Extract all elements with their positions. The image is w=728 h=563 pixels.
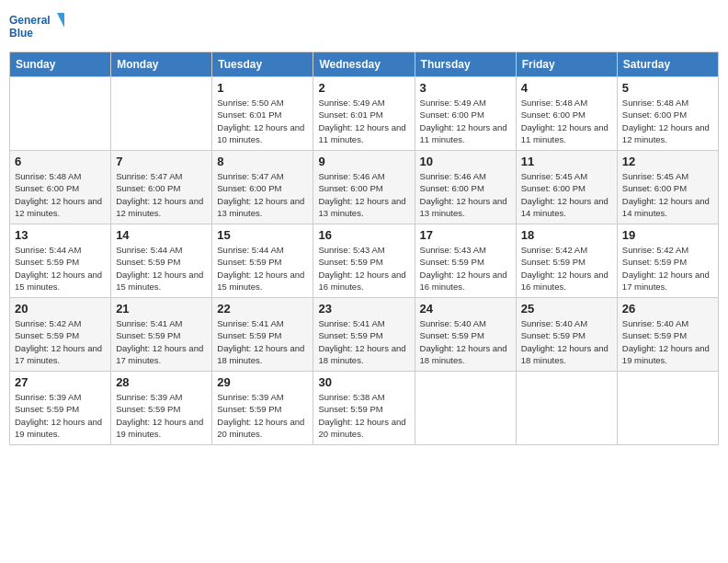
day-number: 7 [116,155,207,168]
day-number: 13 [15,228,106,242]
calendar-cell: 15Sunrise: 5:44 AM Sunset: 5:59 PM Dayli… [212,224,313,298]
calendar-cell: 26Sunrise: 5:40 AM Sunset: 5:59 PM Dayli… [617,298,718,372]
day-info: Sunrise: 5:44 AM Sunset: 5:59 PM Dayligh… [217,244,308,293]
weekday-header-tuesday: Tuesday [212,52,313,77]
week-row-1: 1Sunrise: 5:50 AM Sunset: 6:01 PM Daylig… [10,77,719,151]
calendar-cell: 19Sunrise: 5:42 AM Sunset: 5:59 PM Dayli… [617,224,718,298]
day-info: Sunrise: 5:49 AM Sunset: 6:00 PM Dayligh… [420,97,511,145]
calendar-cell: 27Sunrise: 5:39 AM Sunset: 5:59 PM Dayli… [10,372,111,445]
weekday-header-row: SundayMondayTuesdayWednesdayThursdayFrid… [10,52,719,77]
day-number: 12 [622,155,713,168]
day-number: 6 [15,155,106,168]
day-info: Sunrise: 5:43 AM Sunset: 5:59 PM Dayligh… [318,244,409,293]
day-info: Sunrise: 5:50 AM Sunset: 6:01 PM Dayligh… [217,97,308,145]
calendar-cell: 30Sunrise: 5:38 AM Sunset: 5:59 PM Dayli… [313,372,415,445]
calendar-cell: 16Sunrise: 5:43 AM Sunset: 5:59 PM Dayli… [313,224,415,298]
calendar-cell: 8Sunrise: 5:47 AM Sunset: 6:00 PM Daylig… [212,151,313,224]
weekday-header-saturday: Saturday [617,52,718,77]
svg-marker-2 [57,13,64,28]
calendar-cell: 2Sunrise: 5:49 AM Sunset: 6:01 PM Daylig… [313,77,415,151]
day-number: 23 [318,302,409,316]
day-number: 9 [318,155,409,168]
calendar-cell: 11Sunrise: 5:45 AM Sunset: 6:00 PM Dayli… [516,151,617,224]
calendar-cell: 13Sunrise: 5:44 AM Sunset: 5:59 PM Dayli… [10,224,111,298]
day-number: 22 [217,302,308,316]
day-info: Sunrise: 5:39 AM Sunset: 5:59 PM Dayligh… [116,391,207,440]
day-info: Sunrise: 5:49 AM Sunset: 6:01 PM Dayligh… [318,97,409,145]
day-info: Sunrise: 5:39 AM Sunset: 5:59 PM Dayligh… [217,391,308,440]
calendar-cell: 4Sunrise: 5:48 AM Sunset: 6:00 PM Daylig… [516,77,617,151]
weekday-header-monday: Monday [111,52,212,77]
calendar-cell: 17Sunrise: 5:43 AM Sunset: 5:59 PM Dayli… [415,224,516,298]
day-info: Sunrise: 5:41 AM Sunset: 5:59 PM Dayligh… [116,317,207,366]
day-info: Sunrise: 5:48 AM Sunset: 6:00 PM Dayligh… [15,170,106,219]
day-number: 17 [420,228,511,242]
day-number: 3 [420,81,511,95]
day-info: Sunrise: 5:45 AM Sunset: 6:00 PM Dayligh… [622,170,713,219]
day-info: Sunrise: 5:44 AM Sunset: 5:59 PM Dayligh… [15,244,106,293]
day-number: 14 [116,228,207,242]
day-number: 30 [318,375,409,389]
day-number: 27 [15,375,106,389]
day-info: Sunrise: 5:45 AM Sunset: 6:00 PM Dayligh… [521,170,612,219]
calendar-cell: 12Sunrise: 5:45 AM Sunset: 6:00 PM Dayli… [617,151,718,224]
day-info: Sunrise: 5:41 AM Sunset: 5:59 PM Dayligh… [318,317,409,366]
day-number: 24 [420,302,511,316]
calendar-cell: 14Sunrise: 5:44 AM Sunset: 5:59 PM Dayli… [111,224,212,298]
day-number: 10 [420,155,511,168]
day-number: 18 [521,228,612,242]
calendar-cell: 6Sunrise: 5:48 AM Sunset: 6:00 PM Daylig… [10,151,111,224]
header: General Blue [9,9,719,46]
calendar-cell: 28Sunrise: 5:39 AM Sunset: 5:59 PM Dayli… [111,372,212,445]
day-info: Sunrise: 5:40 AM Sunset: 5:59 PM Dayligh… [420,317,511,366]
day-info: Sunrise: 5:40 AM Sunset: 5:59 PM Dayligh… [622,317,713,366]
day-number: 20 [15,302,106,316]
day-number: 1 [217,81,308,95]
day-number: 11 [521,155,612,168]
calendar-cell: 21Sunrise: 5:41 AM Sunset: 5:59 PM Dayli… [111,298,212,372]
calendar-cell: 23Sunrise: 5:41 AM Sunset: 5:59 PM Dayli… [313,298,415,372]
svg-text:General: General [9,14,51,27]
day-info: Sunrise: 5:40 AM Sunset: 5:59 PM Dayligh… [521,317,612,366]
calendar-cell: 18Sunrise: 5:42 AM Sunset: 5:59 PM Dayli… [516,224,617,298]
day-info: Sunrise: 5:47 AM Sunset: 6:00 PM Dayligh… [217,170,308,219]
weekday-header-sunday: Sunday [10,52,111,77]
day-number: 2 [318,81,409,95]
week-row-5: 27Sunrise: 5:39 AM Sunset: 5:59 PM Dayli… [10,372,719,445]
day-number: 8 [217,155,308,168]
day-info: Sunrise: 5:46 AM Sunset: 6:00 PM Dayligh… [318,170,409,219]
day-number: 29 [217,375,308,389]
weekday-header-friday: Friday [516,52,617,77]
calendar-cell [10,77,111,151]
day-number: 16 [318,228,409,242]
calendar-cell: 24Sunrise: 5:40 AM Sunset: 5:59 PM Dayli… [415,298,516,372]
day-number: 4 [521,81,612,95]
day-info: Sunrise: 5:42 AM Sunset: 5:59 PM Dayligh… [521,244,612,293]
calendar-cell: 9Sunrise: 5:46 AM Sunset: 6:00 PM Daylig… [313,151,415,224]
day-number: 28 [116,375,207,389]
day-info: Sunrise: 5:38 AM Sunset: 5:59 PM Dayligh… [318,391,409,440]
week-row-3: 13Sunrise: 5:44 AM Sunset: 5:59 PM Dayli… [10,224,719,298]
calendar-cell: 7Sunrise: 5:47 AM Sunset: 6:00 PM Daylig… [111,151,212,224]
calendar-cell: 20Sunrise: 5:42 AM Sunset: 5:59 PM Dayli… [10,298,111,372]
day-number: 25 [521,302,612,316]
week-row-2: 6Sunrise: 5:48 AM Sunset: 6:00 PM Daylig… [10,151,719,224]
day-info: Sunrise: 5:42 AM Sunset: 5:59 PM Dayligh… [15,317,106,366]
calendar-cell: 29Sunrise: 5:39 AM Sunset: 5:59 PM Dayli… [212,372,313,445]
day-info: Sunrise: 5:44 AM Sunset: 5:59 PM Dayligh… [116,244,207,293]
calendar-cell: 5Sunrise: 5:48 AM Sunset: 6:00 PM Daylig… [617,77,718,151]
calendar-cell: 25Sunrise: 5:40 AM Sunset: 5:59 PM Dayli… [516,298,617,372]
calendar-cell: 22Sunrise: 5:41 AM Sunset: 5:59 PM Dayli… [212,298,313,372]
calendar-cell: 1Sunrise: 5:50 AM Sunset: 6:01 PM Daylig… [212,77,313,151]
calendar-cell: 10Sunrise: 5:46 AM Sunset: 6:00 PM Dayli… [415,151,516,224]
week-row-4: 20Sunrise: 5:42 AM Sunset: 5:59 PM Dayli… [10,298,719,372]
calendar-cell [617,372,718,445]
day-info: Sunrise: 5:48 AM Sunset: 6:00 PM Dayligh… [521,97,612,145]
calendar-table: SundayMondayTuesdayWednesdayThursdayFrid… [9,52,719,445]
weekday-header-thursday: Thursday [415,52,516,77]
day-info: Sunrise: 5:47 AM Sunset: 6:00 PM Dayligh… [116,170,207,219]
day-info: Sunrise: 5:48 AM Sunset: 6:00 PM Dayligh… [622,97,713,145]
day-info: Sunrise: 5:43 AM Sunset: 5:59 PM Dayligh… [420,244,511,293]
svg-text:Blue: Blue [9,27,33,40]
calendar-cell: 3Sunrise: 5:49 AM Sunset: 6:00 PM Daylig… [415,77,516,151]
